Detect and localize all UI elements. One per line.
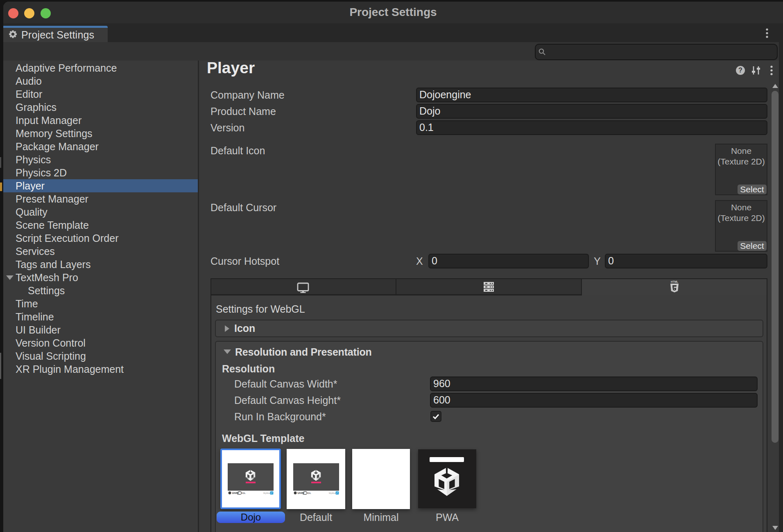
- svg-text:GL: GL: [308, 492, 312, 494]
- svg-text:HTML: HTML: [671, 280, 678, 283]
- svg-text:GL: GL: [242, 492, 246, 494]
